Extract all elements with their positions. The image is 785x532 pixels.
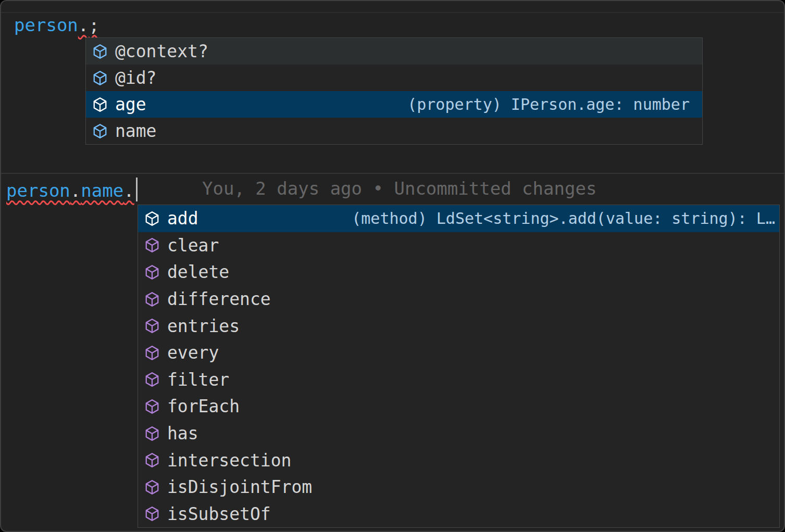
suggest-item-label: @id? <box>115 68 156 88</box>
suggest-item-age[interactable]: age(property) IPerson.age: number <box>86 91 702 118</box>
symbol-method-icon <box>144 264 160 280</box>
suggest-item-label: clear <box>167 235 219 256</box>
suggest-widget-properties: @context?@id?age(property) IPerson.age: … <box>85 37 703 145</box>
suggest-item-clear[interactable]: clear <box>138 232 779 259</box>
symbol-method-icon <box>144 479 160 495</box>
suggest-item-foreach[interactable]: forEach <box>138 393 779 420</box>
symbol-method-icon <box>144 506 160 522</box>
suggest-item-filter[interactable]: filter <box>138 366 779 394</box>
code-token: person <box>14 15 78 35</box>
suggest-item-context[interactable]: @context? <box>86 38 702 65</box>
code-token: . <box>70 180 81 201</box>
code-token: ; <box>89 15 99 35</box>
suggest-item-every[interactable]: every <box>138 339 779 366</box>
suggest-item-detail: (method) LdSet<string>.add(value: string… <box>352 209 775 227</box>
symbol-field-icon <box>92 70 108 86</box>
suggest-item-isdisjointfrom[interactable]: isDisjointFrom <box>138 474 779 501</box>
suggest-item-intersection[interactable]: intersection <box>138 447 779 474</box>
top-separator-line <box>1 12 784 13</box>
suggest-item-label: isDisjointFrom <box>167 477 312 497</box>
suggest-item-label: add <box>167 208 198 229</box>
suggest-item-label: @context? <box>115 41 208 61</box>
suggest-item-label: entries <box>167 316 240 336</box>
suggest-item-issubsetof[interactable]: isSubsetOf <box>138 501 779 528</box>
symbol-method-icon <box>144 372 160 387</box>
code-token: name <box>81 180 123 201</box>
git-blame-annotation: You, 2 days ago • Uncommitted changes <box>202 178 596 199</box>
symbol-field-icon <box>92 123 108 139</box>
symbol-method-icon <box>144 452 160 468</box>
suggest-item-detail: (property) IPerson.age: number <box>407 95 690 113</box>
suggest-item-label: age <box>115 94 146 115</box>
suggest-item-id[interactable]: @id? <box>86 65 702 91</box>
code-line-person-semicolon[interactable]: person.; <box>14 14 99 36</box>
suggest-item-label: difference <box>167 289 271 309</box>
suggest-widget-methods: add(method) LdSet<string>.add(value: str… <box>138 205 780 528</box>
symbol-field-icon <box>92 44 108 59</box>
symbol-method-icon <box>144 399 160 414</box>
suggest-item-label: name <box>115 121 156 141</box>
suggest-item-has[interactable]: has <box>138 420 779 447</box>
code-line-person-name-dot[interactable]: person.name. <box>6 178 138 201</box>
symbol-method-icon <box>144 292 160 307</box>
suggest-item-entries[interactable]: entries <box>138 312 779 339</box>
suggest-item-add[interactable]: add(method) LdSet<string>.add(value: str… <box>138 205 779 232</box>
symbol-method-icon <box>144 237 160 253</box>
suggest-item-delete[interactable]: delete <box>138 259 779 286</box>
suggest-item-label: isSubsetOf <box>167 504 271 524</box>
text-cursor <box>136 178 138 201</box>
suggest-item-difference[interactable]: difference <box>138 286 779 313</box>
suggest-item-label: forEach <box>167 396 240 416</box>
suggest-item-label: intersection <box>167 450 291 471</box>
suggest-item-label: delete <box>167 262 229 282</box>
symbol-method-icon <box>144 426 160 441</box>
symbol-field-icon <box>92 97 108 112</box>
suggest-item-label: every <box>167 343 219 363</box>
middle-separator-line <box>1 173 784 174</box>
code-token: . <box>78 15 89 35</box>
code-token: . <box>123 180 134 201</box>
code-token: person <box>6 180 70 201</box>
code-editor-window: person.; @context?@id?age(property) IPer… <box>0 0 785 532</box>
suggest-item-name[interactable]: name <box>86 118 702 144</box>
symbol-method-icon <box>144 211 160 226</box>
suggest-item-label: has <box>167 423 198 444</box>
symbol-method-icon <box>144 345 160 361</box>
suggest-item-label: filter <box>167 370 229 390</box>
symbol-method-icon <box>144 318 160 334</box>
